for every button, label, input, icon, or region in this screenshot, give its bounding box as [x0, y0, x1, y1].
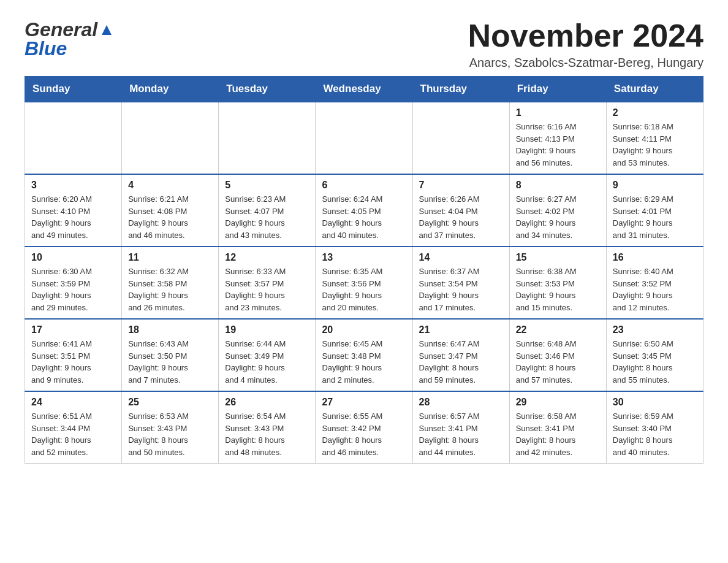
day-number: 9	[613, 180, 697, 191]
table-row: 3Sunrise: 6:20 AMSunset: 4:10 PMDaylight…	[25, 174, 122, 247]
day-info: Sunrise: 6:24 AMSunset: 4:05 PMDaylight:…	[322, 193, 406, 241]
day-number: 3	[31, 180, 115, 191]
day-number: 7	[419, 180, 503, 191]
day-number: 28	[419, 397, 503, 408]
table-row: 24Sunrise: 6:51 AMSunset: 3:44 PMDayligh…	[25, 391, 122, 464]
day-info: Sunrise: 6:51 AMSunset: 3:44 PMDaylight:…	[31, 410, 115, 458]
table-row: 5Sunrise: 6:23 AMSunset: 4:07 PMDaylight…	[219, 174, 316, 247]
calendar-week-row: 10Sunrise: 6:30 AMSunset: 3:59 PMDayligh…	[25, 247, 703, 319]
day-number: 4	[128, 180, 212, 191]
day-info: Sunrise: 6:44 AMSunset: 3:49 PMDaylight:…	[225, 338, 309, 386]
day-number: 8	[516, 180, 600, 191]
day-info: Sunrise: 6:32 AMSunset: 3:58 PMDaylight:…	[128, 266, 212, 313]
calendar-week-row: 1Sunrise: 6:16 AMSunset: 4:13 PMDaylight…	[25, 102, 703, 174]
day-info: Sunrise: 6:45 AMSunset: 3:48 PMDaylight:…	[322, 338, 406, 386]
day-number: 27	[322, 397, 406, 408]
logo-blue: Blue	[25, 37, 67, 60]
table-row: 2Sunrise: 6:18 AMSunset: 4:11 PMDaylight…	[606, 102, 703, 174]
day-info: Sunrise: 6:16 AMSunset: 4:13 PMDaylight:…	[516, 121, 600, 169]
table-row	[316, 102, 412, 174]
page-header: General Blue November 2024 Anarcs, Szabo…	[25, 18, 703, 70]
table-row: 4Sunrise: 6:21 AMSunset: 4:08 PMDaylight…	[122, 174, 219, 247]
day-number: 20	[322, 324, 406, 335]
day-info: Sunrise: 6:54 AMSunset: 3:43 PMDaylight:…	[225, 410, 309, 458]
header-tuesday: Tuesday	[219, 77, 316, 102]
day-info: Sunrise: 6:27 AMSunset: 4:02 PMDaylight:…	[516, 193, 600, 241]
day-info: Sunrise: 6:20 AMSunset: 4:10 PMDaylight:…	[31, 193, 115, 241]
day-number: 11	[128, 252, 212, 263]
logo: General Blue	[25, 18, 116, 60]
day-info: Sunrise: 6:48 AMSunset: 3:46 PMDaylight:…	[516, 338, 600, 386]
day-info: Sunrise: 6:59 AMSunset: 3:40 PMDaylight:…	[613, 410, 697, 458]
table-row: 8Sunrise: 6:27 AMSunset: 4:02 PMDaylight…	[509, 174, 606, 247]
table-row	[412, 102, 509, 174]
day-number: 12	[225, 252, 309, 263]
table-row: 26Sunrise: 6:54 AMSunset: 3:43 PMDayligh…	[219, 391, 316, 464]
table-row: 19Sunrise: 6:44 AMSunset: 3:49 PMDayligh…	[219, 319, 316, 391]
table-row	[122, 102, 219, 174]
table-row: 1Sunrise: 6:16 AMSunset: 4:13 PMDaylight…	[509, 102, 606, 174]
table-row: 23Sunrise: 6:50 AMSunset: 3:45 PMDayligh…	[606, 319, 703, 391]
calendar-header-row: Sunday Monday Tuesday Wednesday Thursday…	[25, 77, 703, 102]
header-friday: Friday	[509, 77, 606, 102]
table-row: 10Sunrise: 6:30 AMSunset: 3:59 PMDayligh…	[25, 247, 122, 319]
header-wednesday: Wednesday	[316, 77, 412, 102]
day-number: 19	[225, 324, 309, 335]
logo-icon	[98, 21, 115, 39]
location-subtitle: Anarcs, Szabolcs-Szatmar-Bereg, Hungary	[468, 56, 703, 70]
day-info: Sunrise: 6:18 AMSunset: 4:11 PMDaylight:…	[613, 121, 697, 169]
day-number: 2	[613, 107, 697, 118]
header-thursday: Thursday	[412, 77, 509, 102]
day-number: 15	[516, 252, 600, 263]
calendar-table: Sunday Monday Tuesday Wednesday Thursday…	[25, 76, 703, 464]
table-row: 25Sunrise: 6:53 AMSunset: 3:43 PMDayligh…	[122, 391, 219, 464]
day-number: 16	[613, 252, 697, 263]
day-number: 29	[516, 397, 600, 408]
day-info: Sunrise: 6:57 AMSunset: 3:41 PMDaylight:…	[419, 410, 503, 458]
day-number: 22	[516, 324, 600, 335]
day-number: 25	[128, 397, 212, 408]
day-number: 18	[128, 324, 212, 335]
header-monday: Monday	[122, 77, 219, 102]
svg-marker-0	[102, 25, 112, 35]
day-info: Sunrise: 6:43 AMSunset: 3:50 PMDaylight:…	[128, 338, 212, 386]
day-number: 24	[31, 397, 115, 408]
table-row: 17Sunrise: 6:41 AMSunset: 3:51 PMDayligh…	[25, 319, 122, 391]
day-number: 26	[225, 397, 309, 408]
day-info: Sunrise: 6:33 AMSunset: 3:57 PMDaylight:…	[225, 266, 309, 313]
day-info: Sunrise: 6:30 AMSunset: 3:59 PMDaylight:…	[31, 266, 115, 313]
day-number: 14	[419, 252, 503, 263]
day-info: Sunrise: 6:29 AMSunset: 4:01 PMDaylight:…	[613, 193, 697, 241]
day-number: 1	[516, 107, 600, 118]
day-number: 21	[419, 324, 503, 335]
table-row: 11Sunrise: 6:32 AMSunset: 3:58 PMDayligh…	[122, 247, 219, 319]
day-info: Sunrise: 6:58 AMSunset: 3:41 PMDaylight:…	[516, 410, 600, 458]
table-row: 16Sunrise: 6:40 AMSunset: 3:52 PMDayligh…	[606, 247, 703, 319]
table-row: 22Sunrise: 6:48 AMSunset: 3:46 PMDayligh…	[509, 319, 606, 391]
table-row: 29Sunrise: 6:58 AMSunset: 3:41 PMDayligh…	[509, 391, 606, 464]
calendar-week-row: 24Sunrise: 6:51 AMSunset: 3:44 PMDayligh…	[25, 391, 703, 464]
table-row: 21Sunrise: 6:47 AMSunset: 3:47 PMDayligh…	[412, 319, 509, 391]
table-row: 13Sunrise: 6:35 AMSunset: 3:56 PMDayligh…	[316, 247, 412, 319]
table-row: 12Sunrise: 6:33 AMSunset: 3:57 PMDayligh…	[219, 247, 316, 319]
day-info: Sunrise: 6:21 AMSunset: 4:08 PMDaylight:…	[128, 193, 212, 241]
day-info: Sunrise: 6:40 AMSunset: 3:52 PMDaylight:…	[613, 266, 697, 313]
day-info: Sunrise: 6:55 AMSunset: 3:42 PMDaylight:…	[322, 410, 406, 458]
day-info: Sunrise: 6:26 AMSunset: 4:04 PMDaylight:…	[419, 193, 503, 241]
day-number: 23	[613, 324, 697, 335]
day-number: 5	[225, 180, 309, 191]
calendar-week-row: 3Sunrise: 6:20 AMSunset: 4:10 PMDaylight…	[25, 174, 703, 247]
month-title: November 2024	[468, 18, 703, 53]
table-row: 28Sunrise: 6:57 AMSunset: 3:41 PMDayligh…	[412, 391, 509, 464]
table-row	[25, 102, 122, 174]
table-row: 14Sunrise: 6:37 AMSunset: 3:54 PMDayligh…	[412, 247, 509, 319]
day-info: Sunrise: 6:38 AMSunset: 3:53 PMDaylight:…	[516, 266, 600, 313]
table-row: 6Sunrise: 6:24 AMSunset: 4:05 PMDaylight…	[316, 174, 412, 247]
day-info: Sunrise: 6:37 AMSunset: 3:54 PMDaylight:…	[419, 266, 503, 313]
table-row: 9Sunrise: 6:29 AMSunset: 4:01 PMDaylight…	[606, 174, 703, 247]
table-row: 20Sunrise: 6:45 AMSunset: 3:48 PMDayligh…	[316, 319, 412, 391]
day-info: Sunrise: 6:47 AMSunset: 3:47 PMDaylight:…	[419, 338, 503, 386]
table-row	[219, 102, 316, 174]
table-row: 7Sunrise: 6:26 AMSunset: 4:04 PMDaylight…	[412, 174, 509, 247]
day-info: Sunrise: 6:35 AMSunset: 3:56 PMDaylight:…	[322, 266, 406, 313]
